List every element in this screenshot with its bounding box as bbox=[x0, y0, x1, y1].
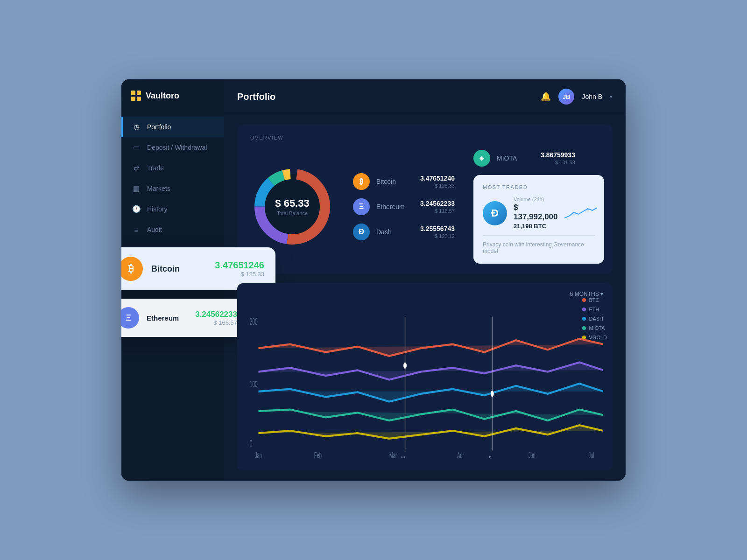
btc-coin-icon: ₿ bbox=[353, 173, 370, 190]
svg-text:Mar: Mar bbox=[389, 451, 397, 458]
coin-list: ₿ Bitcoin 3.47651246 $ 125.33 Ξ Ethereum bbox=[353, 173, 455, 240]
ethereum-usd: $ 166.57 bbox=[195, 319, 237, 326]
most-traded-card: MOST TRADED Đ Volume (24h) $ 137,992,000… bbox=[473, 175, 604, 264]
sidebar-item-audit[interactable]: ≡ Audit bbox=[121, 219, 224, 240]
legend-dash: DASH bbox=[582, 316, 607, 322]
eth-legend-label: ETH bbox=[589, 307, 599, 312]
overview-label: OVERVIEW bbox=[250, 135, 599, 140]
eth-usd: $ 116.57 bbox=[420, 208, 455, 214]
ethereum-amount: 3.24562233 bbox=[195, 310, 237, 319]
miota-usd: $ 131.53 bbox=[541, 160, 575, 165]
dash-amount: 3.25556743 bbox=[420, 225, 455, 232]
svg-point-13 bbox=[491, 391, 494, 397]
sidebar-item-trade[interactable]: ⇄ Trade bbox=[121, 158, 224, 178]
svg-text:W: W bbox=[401, 455, 405, 458]
most-traded-desc: Privacy coin with interesting Governance… bbox=[483, 235, 595, 254]
most-traded-title: MOST TRADED bbox=[483, 184, 595, 190]
miota-legend-dot bbox=[582, 326, 586, 330]
app-window: ₿ Bitcoin 3.47651246 $ 125.33 Ξ Ethereum… bbox=[121, 79, 626, 481]
chart-period[interactable]: 6 MONTHS ▾ bbox=[570, 291, 603, 297]
btc-usd: $ 125.33 bbox=[420, 183, 455, 189]
svg-text:Jan: Jan bbox=[255, 451, 262, 458]
eth-legend-dot bbox=[582, 308, 586, 311]
nav-history-label: History bbox=[147, 205, 168, 213]
dash-big-icon: Đ bbox=[483, 201, 507, 225]
ethereum-values: 3.24562233 $ 166.57 bbox=[195, 310, 237, 326]
line-chart-svg: 200 100 0 W bbox=[247, 301, 603, 458]
donut-chart: $ 65.33 Total Balance bbox=[250, 165, 334, 249]
header: Portfolio 🔔 JB John B ▾ bbox=[224, 79, 626, 114]
sidebar-item-deposit[interactable]: ▭ Deposit / Withdrawal bbox=[121, 137, 224, 158]
btc-amount: 3.47651246 bbox=[420, 175, 455, 182]
donut-center: $ 65.33 Total Balance bbox=[275, 197, 309, 216]
notification-bell-icon[interactable]: 🔔 bbox=[541, 91, 551, 102]
dash-legend-dot bbox=[582, 317, 586, 321]
overview-body: $ 65.33 Total Balance ₿ Bitcoin 3.476512… bbox=[250, 150, 599, 264]
nav-audit-label: Audit bbox=[147, 226, 162, 233]
svg-text:Jul: Jul bbox=[589, 451, 594, 458]
volume-amount: $ 137,992,000 bbox=[514, 203, 558, 222]
svg-text:200: 200 bbox=[250, 316, 258, 326]
most-traded-body: Đ Volume (24h) $ 137,992,000 21,198 BTC bbox=[483, 196, 595, 230]
logo-text: Vaultoro bbox=[146, 91, 179, 101]
chart-section: 6 MONTHS ▾ BTC ETH DASH bbox=[237, 283, 613, 470]
total-balance-label: Total Balance bbox=[275, 210, 309, 216]
coin-item-miota[interactable]: ◈ MIOTA 3.86759933 $ 131.53 bbox=[473, 150, 604, 167]
chevron-down-icon[interactable]: ▾ bbox=[610, 94, 613, 100]
miota-section: ◈ MIOTA 3.86759933 $ 131.53 MOST TRADED bbox=[473, 150, 604, 264]
ethereum-coin-name: Ethereum bbox=[147, 314, 188, 322]
sidebar-item-portfolio[interactable]: ◷ Portfolio bbox=[121, 117, 224, 137]
ethereum-icon: Ξ bbox=[121, 307, 139, 329]
miota-legend-label: MIOTA bbox=[589, 325, 605, 331]
sidebar-item-markets[interactable]: ▦ Markets bbox=[121, 178, 224, 199]
coin-item-btc[interactable]: ₿ Bitcoin 3.47651246 $ 125.33 bbox=[353, 173, 455, 190]
miota-name: MIOTA bbox=[497, 154, 534, 162]
chart-legend: BTC ETH DASH MIOTA bbox=[582, 297, 607, 340]
nav-markets-label: Markets bbox=[147, 185, 170, 192]
bitcoin-coin-name: Bitcoin bbox=[151, 264, 206, 274]
sidebar-item-history[interactable]: 🕐 History bbox=[121, 199, 224, 219]
svg-text:Feb: Feb bbox=[314, 451, 322, 458]
dash-usd: $ 123.12 bbox=[420, 233, 455, 239]
main-content: Portfolio 🔔 JB John B ▾ OVERVIEW bbox=[224, 79, 626, 481]
sidebar-nav: ◷ Portfolio ▭ Deposit / Withdrawal ⇄ Tra… bbox=[121, 112, 224, 245]
legend-eth: ETH bbox=[582, 307, 607, 312]
bitcoin-card-info: Bitcoin bbox=[151, 264, 206, 274]
coin-item-dash[interactable]: Đ Dash 3.25556743 $ 123.12 bbox=[353, 224, 455, 240]
page-title: Portfolio bbox=[237, 91, 275, 102]
audit-icon: ≡ bbox=[132, 225, 141, 234]
volume-label: Volume (24h) bbox=[514, 196, 558, 202]
eth-values: 3.24562233 $ 116.57 bbox=[420, 200, 455, 214]
content-area: OVERVIEW $ bbox=[224, 114, 626, 481]
dash-coin-icon: Đ bbox=[353, 224, 370, 240]
history-icon: 🕐 bbox=[132, 205, 141, 213]
legend-vgold: VGOLD bbox=[582, 335, 607, 340]
bitcoin-icon: ₿ bbox=[121, 257, 143, 281]
chart-header: 6 MONTHS ▾ bbox=[247, 291, 603, 297]
avatar: JB bbox=[558, 89, 574, 105]
vgold-legend-dot bbox=[582, 336, 586, 339]
floating-ethereum-card[interactable]: Ξ Ethereum 3.24562233 $ 166.57 bbox=[121, 299, 247, 337]
bitcoin-usd: $ 125.33 bbox=[215, 271, 264, 278]
bitcoin-values: 3.47651246 $ 125.33 bbox=[215, 260, 264, 278]
svg-text:D: D bbox=[489, 455, 492, 458]
logo-grid-icon bbox=[131, 91, 141, 101]
coin-item-eth[interactable]: Ξ Ethereum 3.24562233 $ 116.57 bbox=[353, 198, 455, 215]
nav-portfolio-label: Portfolio bbox=[147, 123, 171, 131]
btc-name: Bitcoin bbox=[376, 178, 414, 185]
dash-name: Dash bbox=[376, 228, 414, 236]
dash-values: 3.25556743 $ 123.12 bbox=[420, 225, 455, 239]
svg-point-10 bbox=[403, 362, 407, 368]
most-traded-info: Volume (24h) $ 137,992,000 21,198 BTC bbox=[514, 196, 558, 230]
mini-chart bbox=[564, 203, 597, 224]
nav-deposit-label: Deposit / Withdrawal bbox=[147, 144, 207, 151]
deposit-icon: ▭ bbox=[132, 143, 141, 152]
overview-panel: OVERVIEW $ bbox=[237, 125, 613, 274]
svg-text:100: 100 bbox=[250, 379, 258, 389]
miota-values: 3.86759933 $ 131.53 bbox=[541, 151, 575, 165]
legend-btc: BTC bbox=[582, 297, 607, 303]
bitcoin-amount: 3.47651246 bbox=[215, 260, 264, 271]
portfolio-icon: ◷ bbox=[132, 123, 141, 131]
sidebar-logo: Vaultoro bbox=[121, 79, 224, 112]
btc-values: 3.47651246 $ 125.33 bbox=[420, 175, 455, 189]
